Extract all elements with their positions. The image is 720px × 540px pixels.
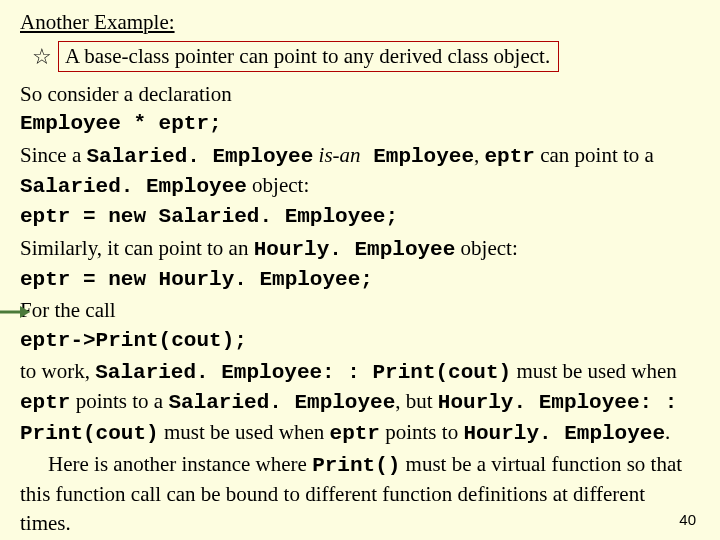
star-icon: ☆ — [32, 46, 52, 68]
code-assign-salaried: eptr = new Salaried. Employee; — [20, 203, 700, 231]
page-number: 40 — [679, 511, 696, 528]
line-6: Here is another instance where Print() m… — [20, 450, 700, 537]
t: can point to a — [535, 143, 654, 167]
t: Hourly. Employee — [463, 422, 665, 445]
t: eptr — [485, 145, 535, 168]
line-2: Since a Salaried. Employee is-an Employe… — [20, 141, 700, 202]
t: Employee — [361, 145, 474, 168]
t: Salaried. Employee — [20, 175, 247, 198]
t: , — [474, 143, 485, 167]
boxed-rule: A base-class pointer can point to any de… — [58, 41, 559, 72]
t: Salaried. Employee: : Print(cout) — [95, 361, 511, 384]
t: Since a — [20, 143, 86, 167]
t: eptr — [20, 391, 70, 414]
t: Hourly. Employee — [254, 238, 456, 261]
t: Salaried. Employee — [86, 145, 313, 168]
t: , but — [395, 389, 438, 413]
t: points to — [380, 420, 463, 444]
slide: Another Example: ☆ A base-class pointer … — [0, 0, 720, 540]
t: eptr — [330, 422, 380, 445]
line-4: For the call — [20, 296, 700, 324]
t: object: — [455, 236, 517, 260]
code-call-print: eptr->Print(cout); — [20, 327, 700, 355]
code-assign-hourly: eptr = new Hourly. Employee; — [20, 266, 700, 294]
t: Print() — [312, 454, 400, 477]
line-1: So consider a declaration — [20, 80, 700, 108]
line-5: to work, Salaried. Employee: : Print(cou… — [20, 357, 700, 448]
arrow-icon — [0, 305, 30, 319]
boxed-rule-row: ☆ A base-class pointer can point to any … — [32, 41, 700, 72]
svg-marker-1 — [20, 306, 30, 318]
t: object: — [247, 173, 309, 197]
t: Here is another instance where — [48, 452, 312, 476]
line-3: Similarly, it can point to an Hourly. Em… — [20, 234, 700, 264]
t: to work, — [20, 359, 95, 383]
code-decl: Employee * eptr; — [20, 110, 700, 138]
t: is-an — [313, 143, 360, 167]
section-title: Another Example: — [20, 10, 700, 35]
t: Salaried. Employee — [168, 391, 395, 414]
t: must be used when — [159, 420, 330, 444]
t: Similarly, it can point to an — [20, 236, 254, 260]
body-text: So consider a declaration Employee * ept… — [20, 80, 700, 537]
t: must be used when — [511, 359, 677, 383]
t: points to a — [70, 389, 168, 413]
t: . — [665, 420, 670, 444]
